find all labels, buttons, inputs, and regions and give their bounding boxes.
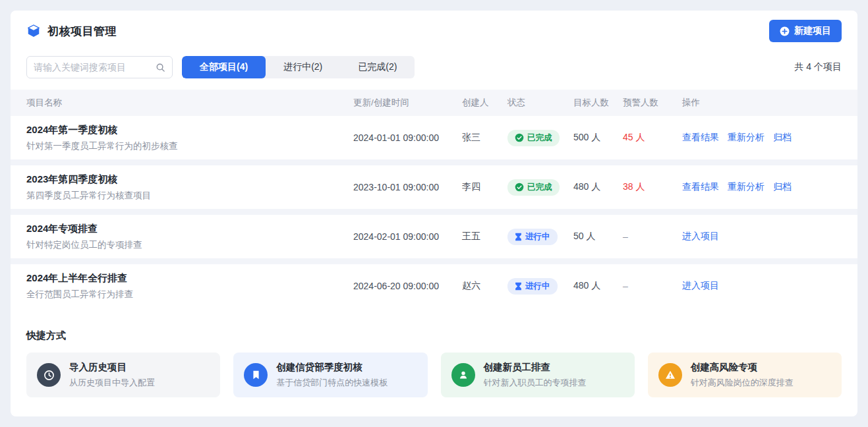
project-time: 2024-01-01 09:00:00 — [353, 132, 462, 143]
hourglass-icon — [515, 282, 522, 291]
warning-count: 38 人 — [623, 181, 682, 193]
shortcut-create-high-risk-special[interactable]: 创建高风险专项 针对高风险岗位的深度排查 — [648, 353, 842, 397]
tab-all-projects[interactable]: 全部项目(4) — [182, 56, 266, 78]
shortcut-description: 从历史项目中导入配置 — [69, 377, 155, 389]
project-creator: 张三 — [462, 132, 507, 144]
project-creator: 王五 — [462, 231, 507, 242]
action-view-results[interactable]: 查看结果 — [682, 132, 719, 144]
check-circle-icon — [515, 183, 524, 192]
shortcut-create-new-employee-screening[interactable]: 创建新员工排查 针对新入职员工的专项排查 — [441, 353, 635, 397]
header: 初核项目管理 新建项目 — [11, 11, 857, 51]
status-label: 已完成 — [527, 182, 552, 193]
project-count: 共 4 个项目 — [794, 61, 842, 73]
action-archive[interactable]: 归档 — [773, 132, 792, 144]
shortcut-cards: 导入历史项目 从历史项目中导入配置 创建信贷部季度初核 基于信贷部门特点的快速模… — [26, 353, 842, 397]
warning-count: 45 人 — [623, 132, 682, 144]
project-name: 2024年第一季度初核 — [26, 123, 353, 136]
shortcut-create-credit-review[interactable]: 创建信贷部季度初核 基于信贷部门特点的快速模板 — [233, 353, 427, 397]
title-wrap: 初核项目管理 — [26, 24, 117, 39]
tab-in-progress[interactable]: 进行中(2) — [266, 56, 340, 78]
action-enter-project[interactable]: 进入项目 — [682, 231, 719, 242]
status-label: 已完成 — [527, 132, 552, 144]
hourglass-icon — [515, 233, 522, 241]
target-count: 500 人 — [573, 132, 623, 144]
status-badge-completed: 已完成 — [507, 179, 560, 196]
project-table: 项目名称 更新/创建时间 创建人 状态 目标人数 预警人数 操作 2024年第一… — [11, 90, 857, 308]
project-name: 2024年上半年全行排查 — [26, 271, 353, 285]
toolbar: 全部项目(4) 进行中(2) 已完成(2) 共 4 个项目 — [11, 51, 857, 83]
action-reanalyze[interactable]: 重新分析 — [728, 181, 765, 193]
status-label: 进行中 — [525, 231, 550, 242]
project-description: 针对第一季度员工异常行为的初步核查 — [26, 140, 353, 152]
shortcut-import-history[interactable]: 导入历史项目 从历史项目中导入配置 — [26, 353, 220, 397]
action-view-results[interactable]: 查看结果 — [682, 181, 719, 193]
search-input[interactable] — [34, 62, 156, 72]
action-enter-project[interactable]: 进入项目 — [682, 280, 719, 292]
app-logo-cube-icon — [26, 24, 41, 38]
project-time: 2023-10-01 09:00:00 — [353, 182, 462, 192]
shortcut-title: 创建信贷部季度初核 — [276, 361, 388, 374]
target-count: 480 人 — [573, 181, 623, 193]
col-header-actions: 操作 — [682, 97, 842, 109]
table-header-row: 项目名称 更新/创建时间 创建人 状态 目标人数 预警人数 操作 — [11, 90, 857, 116]
table-row: 2023年第四季度初核 第四季度员工异常行为核查项目 2023-10-01 09… — [11, 165, 857, 209]
action-reanalyze[interactable]: 重新分析 — [728, 132, 765, 144]
search-box[interactable] — [26, 56, 173, 78]
target-count: 50 人 — [573, 231, 623, 242]
table-row: 2024年专项排查 针对特定岗位员工的专项排查 2024-02-01 09:00… — [11, 215, 857, 258]
project-description: 全行范围员工异常行为排查 — [26, 289, 353, 300]
check-circle-icon — [515, 133, 524, 142]
project-name: 2023年第四季度初核 — [26, 173, 353, 186]
warning-count: – — [623, 281, 682, 291]
search-icon[interactable] — [156, 63, 165, 72]
status-badge-in-progress: 进行中 — [507, 278, 558, 295]
action-archive[interactable]: 归档 — [773, 181, 792, 193]
project-description: 针对特定岗位员工的专项排查 — [26, 239, 353, 251]
project-creator: 李四 — [462, 181, 507, 193]
bookmark-icon — [244, 363, 268, 387]
shortcut-title: 导入历史项目 — [69, 361, 155, 374]
tab-completed[interactable]: 已完成(2) — [340, 56, 415, 78]
shortcut-description: 针对新入职员工的专项排查 — [484, 377, 587, 389]
page-title: 初核项目管理 — [47, 24, 117, 39]
project-time: 2024-02-01 09:00:00 — [353, 231, 462, 242]
shortcut-title: 创建高风险专项 — [691, 361, 794, 374]
project-creator: 赵六 — [462, 280, 507, 292]
col-header-time: 更新/创建时间 — [353, 97, 462, 109]
new-project-button[interactable]: 新建项目 — [769, 20, 842, 42]
col-header-creator: 创建人 — [462, 97, 507, 109]
shortcut-description: 基于信贷部门特点的快速模板 — [276, 377, 388, 389]
shortcuts-title: 快捷方式 — [26, 329, 842, 342]
plus-circle-icon — [780, 26, 790, 36]
table-row: 2024年第一季度初核 针对第一季度员工异常行为的初步核查 2024-01-01… — [11, 116, 857, 159]
status-badge-completed: 已完成 — [507, 130, 560, 146]
shortcut-title: 创建新员工排查 — [484, 361, 587, 374]
shortcut-description: 针对高风险岗位的深度排查 — [691, 377, 794, 389]
user-icon — [451, 363, 475, 387]
filter-tabs: 全部项目(4) 进行中(2) 已完成(2) — [182, 56, 415, 78]
project-name: 2024年专项排查 — [26, 222, 353, 235]
col-header-status: 状态 — [507, 97, 573, 109]
col-header-name: 项目名称 — [26, 97, 353, 109]
shortcuts-section: 快捷方式 导入历史项目 从历史项目中导入配置 — [11, 316, 857, 397]
project-time: 2024-06-20 09:00:00 — [353, 281, 462, 291]
new-project-label: 新建项目 — [794, 25, 831, 37]
status-label: 进行中 — [525, 281, 550, 292]
main-panel: 初核项目管理 新建项目 全部项目(4) 进行中(2) — [11, 11, 857, 416]
col-header-warning: 预警人数 — [623, 97, 682, 109]
warning-count: – — [623, 231, 682, 242]
warning-triangle-icon — [658, 363, 682, 387]
project-description: 第四季度员工异常行为核查项目 — [26, 190, 353, 202]
col-header-target: 目标人数 — [573, 97, 623, 109]
target-count: 480 人 — [573, 280, 623, 292]
clock-icon — [37, 363, 61, 387]
table-row: 2024年上半年全行排查 全行范围员工异常行为排查 2024-06-20 09:… — [11, 264, 857, 308]
status-badge-in-progress: 进行中 — [507, 229, 558, 245]
